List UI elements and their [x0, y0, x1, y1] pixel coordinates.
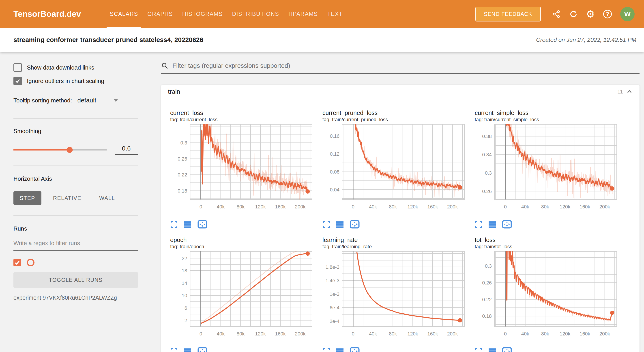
nav-tabs: SCALARSGRAPHSHISTOGRAMSDISTRIBUTIONSHPAR…: [105, 0, 348, 28]
svg-text:1e-3: 1e-3: [330, 291, 340, 297]
axis-option-step[interactable]: STEP: [14, 191, 42, 205]
data-lines-icon[interactable]: [184, 221, 192, 228]
toggle-all-runs-button[interactable]: TOGGLE ALL RUNS: [14, 272, 138, 288]
selected-value: default: [78, 97, 96, 104]
svg-text:6: 6: [184, 305, 187, 311]
slider-thumb[interactable]: [66, 147, 72, 153]
train-section-header[interactable]: train 11: [161, 85, 640, 99]
svg-text:80k: 80k: [237, 204, 245, 209]
fit-domain-icon[interactable]: [350, 347, 360, 352]
line-chart[interactable]: 040k80k120k160k200k2218141062: [170, 250, 322, 345]
created-timestamp: Created on Jun 27, 2022, 12:42:51 PM: [536, 36, 636, 43]
tab-text[interactable]: TEXT: [322, 0, 347, 28]
axis-option-wall[interactable]: WALL: [93, 191, 121, 205]
tensorboard-page: TensorBoard.dev SCALARSGRAPHSHISTOGRAMSD…: [0, 0, 644, 352]
experiment-titlebar: streaming conformer transducer pruned st…: [0, 28, 644, 52]
svg-text:0.04: 0.04: [330, 187, 340, 192]
tab-distributions[interactable]: DISTRIBUTIONS: [227, 0, 284, 28]
tab-hparams[interactable]: HPARAMS: [284, 0, 322, 28]
tab-histograms[interactable]: HISTOGRAMS: [178, 0, 228, 28]
tooltip-sorting-select[interactable]: default: [78, 97, 118, 107]
svg-text:0: 0: [504, 331, 507, 337]
svg-text:14: 14: [182, 280, 187, 286]
svg-text:?: ?: [606, 11, 609, 17]
svg-text:120k: 120k: [255, 331, 266, 337]
smoothing-slider[interactable]: [14, 149, 107, 151]
train-section-card: train 11 current_loss tag: train/current…: [161, 85, 640, 352]
expand-chart-icon[interactable]: [322, 220, 330, 228]
axis-option-relative[interactable]: RELATIVE: [47, 191, 88, 205]
data-lines-icon[interactable]: [336, 348, 344, 352]
collapse-chevron-up-icon[interactable]: [626, 88, 633, 95]
svg-text:160k: 160k: [275, 204, 286, 209]
data-lines-icon[interactable]: [488, 348, 496, 352]
run-row[interactable]: .: [14, 259, 138, 266]
svg-text:1.4e-3: 1.4e-3: [326, 278, 340, 283]
data-lines-icon[interactable]: [488, 221, 496, 228]
expand-chart-icon[interactable]: [170, 348, 178, 352]
chart-title: current_loss: [170, 109, 322, 117]
line-chart[interactable]: 040k80k120k160k200k0.30.260.220.18: [475, 250, 627, 345]
refresh-icon[interactable]: [569, 10, 578, 18]
checkbox-label: Ignore outliers in chart scaling: [27, 78, 104, 85]
data-lines-icon[interactable]: [336, 221, 344, 228]
tag-filter-input[interactable]: [172, 62, 640, 70]
data-lines-icon[interactable]: [184, 348, 192, 352]
tab-scalars[interactable]: SCALARS: [105, 0, 143, 28]
scalar-chart-card: learning_rate tag: train/learning_rate 0…: [322, 236, 475, 352]
experiment-id: experiment 97VKXf80Ru61CnP2ALWZZg: [14, 295, 138, 301]
send-feedback-button[interactable]: SEND FEEDBACK: [476, 7, 541, 21]
expand-chart-icon[interactable]: [475, 220, 482, 228]
line-chart[interactable]: 040k80k120k160k200k0.160.120.080.04: [322, 123, 475, 218]
svg-text:40k: 40k: [369, 331, 377, 337]
svg-text:0.08: 0.08: [330, 169, 340, 175]
chart-tag: tag: train/current_loss: [170, 117, 322, 123]
scalar-chart-card: tot_loss tag: train/tot_loss 040k80k120k…: [475, 236, 627, 352]
search-icon: [161, 62, 168, 69]
share-icon[interactable]: [552, 10, 561, 18]
avatar[interactable]: W: [620, 7, 634, 21]
ignore-outliers-row[interactable]: Ignore outliers in chart scaling: [14, 77, 138, 85]
chevron-down-icon: [114, 99, 118, 102]
scalar-chart-card: current_simple_loss tag: train/current_s…: [475, 109, 627, 227]
settings-gear-icon[interactable]: ⚙: [586, 10, 595, 18]
run-color-swatch-icon: [27, 259, 34, 266]
tab-graphs[interactable]: GRAPHS: [143, 0, 177, 28]
expand-chart-icon[interactable]: [170, 220, 178, 228]
svg-text:40k: 40k: [369, 204, 377, 209]
chart-title: tot_loss: [475, 236, 627, 244]
show-download-links-row[interactable]: Show data download links: [14, 63, 138, 72]
svg-text:80k: 80k: [389, 204, 397, 209]
section-title: train: [168, 88, 180, 95]
svg-text:200k: 200k: [447, 331, 458, 337]
svg-text:2e-4: 2e-4: [330, 319, 340, 324]
line-chart[interactable]: 040k80k120k160k200k1.8e-31.4e-31e-36e-42…: [322, 250, 475, 345]
fit-domain-icon[interactable]: [198, 347, 207, 352]
fit-domain-icon[interactable]: [198, 220, 207, 229]
line-chart[interactable]: 040k80k120k160k200k0.380.340.30.26: [475, 123, 627, 218]
checkbox-icon[interactable]: [14, 77, 22, 85]
svg-text:80k: 80k: [389, 331, 397, 337]
runs-filter-input[interactable]: [14, 237, 138, 251]
svg-text:120k: 120k: [560, 204, 570, 209]
smoothing-value-input[interactable]: 0.6: [115, 145, 138, 155]
tag-filter: [161, 62, 640, 74]
help-icon[interactable]: ?: [603, 9, 612, 19]
line-chart[interactable]: 040k80k120k160k200k0.30.260.220.18: [170, 123, 322, 218]
run-name: .: [40, 259, 42, 266]
svg-text:120k: 120k: [407, 204, 418, 209]
svg-text:40k: 40k: [521, 204, 529, 209]
fit-domain-icon[interactable]: [502, 347, 512, 352]
svg-text:40k: 40k: [217, 331, 225, 337]
chart-count: 11: [617, 89, 623, 95]
run-checkbox[interactable]: [14, 259, 21, 266]
expand-chart-icon[interactable]: [322, 348, 330, 352]
checkbox-icon[interactable]: [14, 63, 22, 72]
svg-text:160k: 160k: [427, 331, 438, 337]
fit-domain-icon[interactable]: [350, 220, 360, 229]
svg-text:160k: 160k: [275, 331, 286, 337]
expand-chart-icon[interactable]: [475, 348, 482, 352]
fit-domain-icon[interactable]: [502, 220, 512, 229]
experiment-title: streaming conformer transducer pruned st…: [14, 36, 203, 44]
svg-text:80k: 80k: [541, 331, 549, 337]
